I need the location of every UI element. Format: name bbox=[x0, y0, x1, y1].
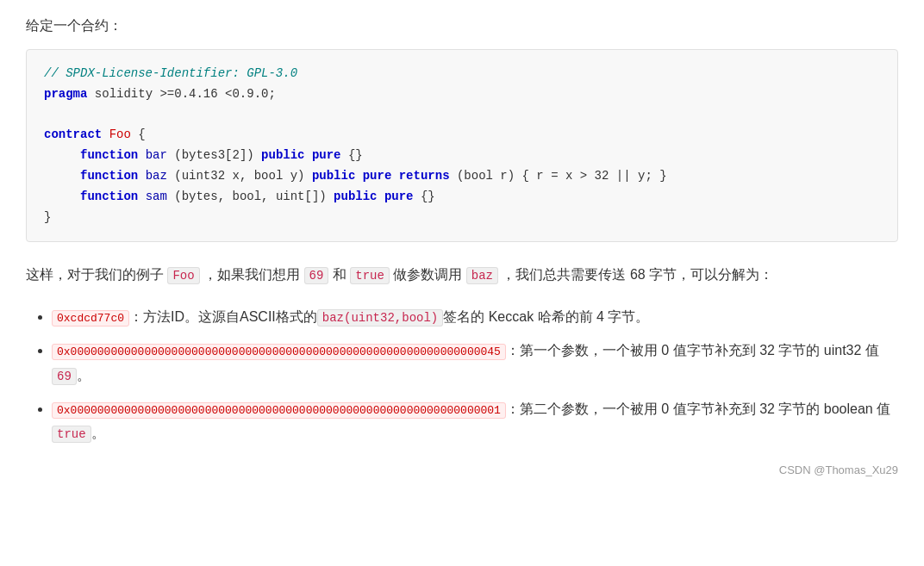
code-indent1 bbox=[44, 148, 73, 162]
code-func-baz-kw2: public pure returns bbox=[312, 169, 450, 183]
desc-text2: ，如果我们想用 bbox=[203, 267, 300, 282]
code-indent2 bbox=[44, 169, 73, 183]
bullet3-text2: 。 bbox=[91, 426, 105, 440]
desc-foo-code: Foo bbox=[167, 267, 199, 284]
code-func-bar-rest: (bytes3[2]) bbox=[174, 148, 261, 162]
code-block: // SPDX-License-Identifier: GPL-3.0 prag… bbox=[26, 49, 898, 242]
desc-arg1-code: 69 bbox=[304, 267, 329, 284]
desc-text4: 做参数调用 bbox=[393, 267, 462, 282]
code-func-sam-rest1: (bytes, bool, uint[]) bbox=[174, 190, 334, 203]
bullet1-text1: ：方法ID。这源自ASCII格式的 bbox=[129, 309, 317, 324]
code-contract-name: Foo bbox=[109, 128, 131, 141]
bullet3-inline: true bbox=[52, 426, 91, 443]
intro-text: 给定一个合约： bbox=[26, 17, 898, 35]
code-func-sam-rest2: {} bbox=[421, 190, 435, 203]
code-solidity: solidity >=0.4.16 <0.9.0; bbox=[95, 87, 276, 101]
bullet2-inline: 69 bbox=[52, 368, 77, 385]
bullet1-method-id: 0xcdcd77c0 bbox=[52, 310, 129, 327]
code-comment-spdx: // SPDX-License-Identifier: GPL-3.0 bbox=[44, 66, 297, 80]
bullet1-sig: baz(uint32,bool) bbox=[317, 309, 443, 327]
code-func-sam: sam bbox=[146, 190, 167, 203]
code-function1-kw: function bbox=[80, 148, 138, 162]
code-indent3 bbox=[44, 190, 73, 203]
bullet-item-3: 0x00000000000000000000000000000000000000… bbox=[52, 397, 898, 447]
desc-arg2-code: true bbox=[350, 267, 390, 284]
desc-text1: 这样，对于我们的例子 bbox=[26, 267, 164, 282]
bullet3-text1: ：第二个参数，一个被用 0 值字节补充到 32 字节的 boolean 值 bbox=[506, 401, 890, 416]
bullet-item-1: 0xcdcd77c0：方法ID。这源自ASCII格式的baz(uint32,bo… bbox=[52, 305, 898, 330]
code-function2-kw: function bbox=[80, 169, 138, 183]
code-func-bar-kw2: public pure bbox=[261, 148, 340, 162]
code-func-baz: baz bbox=[146, 169, 167, 183]
code-func-baz-rest2: (bool r) { r = x > 32 || y; } bbox=[457, 169, 667, 183]
bullet3-hex: 0x00000000000000000000000000000000000000… bbox=[52, 402, 506, 419]
desc-paragraph: 这样，对于我们的例子 Foo ，如果我们想用 69 和 true 做参数调用 b… bbox=[26, 263, 898, 288]
code-func-bar: bar bbox=[146, 148, 167, 162]
code-func-bar-end: {} bbox=[348, 148, 363, 162]
bullet2-text1: ：第一个参数，一个被用 0 值字节补充到 32 字节的 uint32 值 bbox=[506, 343, 879, 358]
desc-text3: 和 bbox=[333, 267, 346, 282]
code-func-sam-kw2: public pure bbox=[334, 190, 413, 203]
code-pragma: pragma bbox=[44, 87, 87, 101]
desc-method-code: baz bbox=[466, 267, 498, 284]
bullet-list: 0xcdcd77c0：方法ID。这源自ASCII格式的baz(uint32,bo… bbox=[26, 305, 898, 446]
code-func-baz-rest1: (uint32 x, bool y) bbox=[174, 169, 312, 183]
code-brace1: { bbox=[138, 128, 145, 141]
bullet2-text2: 。 bbox=[77, 368, 91, 383]
bullet-item-2: 0x00000000000000000000000000000000000000… bbox=[52, 339, 898, 389]
code-contract-keyword: contract bbox=[44, 128, 102, 141]
bullet1-text2: 签名的 Keccak 哈希的前 4 字节。 bbox=[443, 309, 649, 324]
code-closing-brace: } bbox=[44, 210, 51, 224]
code-function3-kw: function bbox=[80, 190, 138, 203]
csdn-credit: CSDN @Thomas_Xu29 bbox=[26, 463, 898, 476]
desc-text5: ，我们总共需要传送 68 字节，可以分解为： bbox=[502, 267, 773, 282]
bullet2-hex: 0x00000000000000000000000000000000000000… bbox=[52, 344, 506, 360]
